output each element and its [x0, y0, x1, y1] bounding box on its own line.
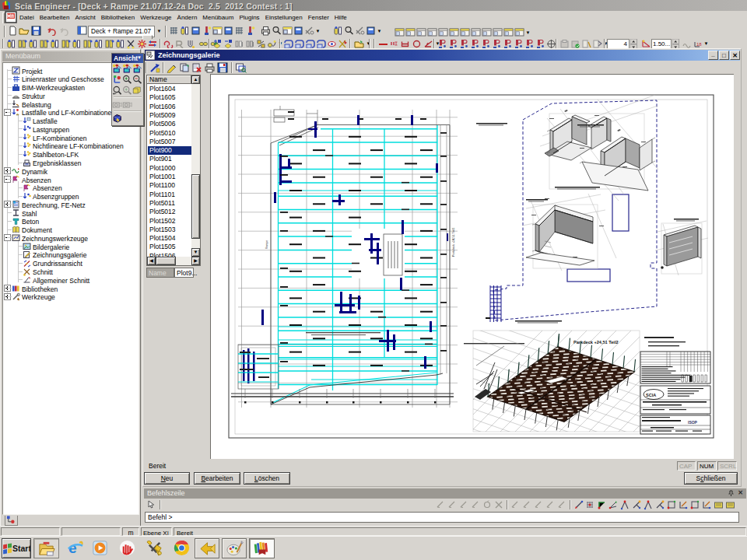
- svg-text:Rampe: Rampe: [265, 240, 268, 249]
- svg-text:Parkdeck +24,51 Teil2: Parkdeck +24,51 Teil2: [452, 228, 455, 257]
- svg-text:ISOP: ISOP: [688, 420, 698, 425]
- svg-text:18: 18: [696, 42, 702, 47]
- svg-text:Start: Start: [12, 544, 30, 553]
- svg-text:Parkdeck +24,51 Teil2: Parkdeck +24,51 Teil2: [573, 340, 619, 345]
- svg-text:SCIA: SCIA: [646, 393, 656, 397]
